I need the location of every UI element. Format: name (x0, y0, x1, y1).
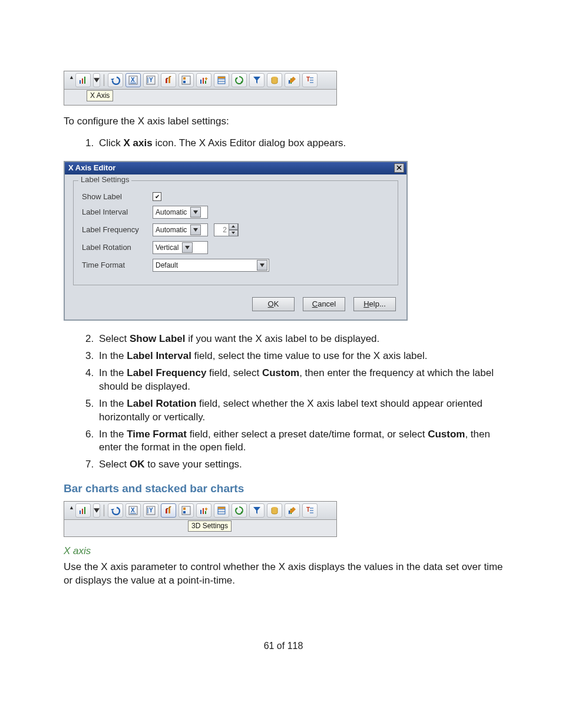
spinner-buttons (229, 223, 238, 236)
label: Label Interval (82, 207, 147, 216)
filter-button[interactable] (249, 503, 265, 518)
label-frequency-select[interactable]: Automatic (153, 223, 208, 236)
label: Show Label (82, 192, 147, 201)
row-time-format: Time Format Default (82, 259, 392, 272)
table-button[interactable] (214, 503, 229, 518)
step-2: Select Show Label if you want the X axis… (97, 332, 503, 346)
svg-rect-62 (203, 508, 204, 514)
select-value: Vertical (156, 243, 182, 252)
cancel-button[interactable]: Cancel (303, 297, 345, 311)
x-axis-button[interactable]: X (125, 73, 141, 87)
svg-rect-11 (166, 79, 167, 83)
toolbar-grip-icon: ▲ (69, 74, 74, 80)
database-button[interactable] (267, 503, 282, 518)
dropdown-arrow-icon (257, 260, 267, 271)
svg-marker-37 (193, 210, 198, 214)
svg-rect-12 (168, 77, 170, 83)
svg-rect-2 (84, 77, 85, 84)
time-format-select[interactable]: Default (153, 259, 269, 272)
svg-marker-42 (260, 263, 265, 267)
svg-rect-19 (203, 78, 204, 84)
label-rotation-select[interactable]: Vertical (153, 241, 208, 254)
svg-rect-67 (218, 507, 225, 509)
svg-marker-57 (168, 506, 171, 508)
svg-rect-59 (183, 508, 186, 510)
text-format-button[interactable]: T (302, 503, 318, 518)
dropdown-arrow-button[interactable] (93, 73, 100, 87)
svg-rect-54 (166, 509, 167, 513)
x-axis-button[interactable]: X (125, 503, 141, 518)
dropdown-arrow-button[interactable] (93, 503, 100, 518)
toolbar-tooltip-row: X Axis (64, 90, 336, 105)
svg-marker-3 (94, 78, 100, 83)
svg-marker-27 (253, 77, 260, 84)
refresh-button[interactable] (232, 73, 247, 87)
svg-rect-60 (183, 511, 186, 513)
chart-type-button[interactable] (75, 503, 91, 518)
svg-marker-46 (94, 509, 100, 513)
svg-text:T: T (306, 76, 310, 83)
chart-type-button[interactable] (75, 73, 91, 87)
edit-chart-button[interactable] (285, 503, 300, 518)
label-settings-group: Label Settings Show Label ✔ Label Interv… (73, 180, 398, 285)
3d-settings-button[interactable] (161, 503, 176, 518)
row-label-interval: Label Interval Automatic (82, 206, 392, 219)
dialog-titlebar: X Axis Editor (65, 162, 406, 174)
toolbar-figure-1: ▲ X Y (64, 71, 337, 106)
label-frequency-spinner[interactable]: 2 (214, 223, 239, 236)
svg-rect-1 (82, 78, 83, 84)
label-interval-select[interactable]: Automatic (153, 206, 208, 219)
svg-marker-47 (111, 509, 114, 511)
filter-button[interactable] (249, 73, 265, 87)
table-button[interactable] (214, 73, 229, 87)
svg-marker-39 (232, 225, 235, 228)
toolbar-tooltip: X Axis (87, 90, 113, 101)
svg-rect-63 (205, 511, 206, 514)
undo-button[interactable] (108, 503, 123, 518)
step-7: Select OK to save your settings. (97, 458, 503, 472)
legend-button[interactable] (178, 73, 194, 87)
ok-button[interactable]: OK (252, 297, 295, 311)
undo-button[interactable] (108, 73, 123, 87)
close-button[interactable] (394, 163, 404, 173)
show-label-checkbox[interactable]: ✔ (153, 192, 161, 201)
3d-settings-button[interactable] (161, 73, 176, 87)
select-value: Default (156, 261, 257, 269)
step-text: icon. The X Axis Editor dialog box appea… (153, 137, 346, 149)
svg-rect-44 (82, 509, 83, 514)
label: Label Rotation (82, 243, 147, 252)
y-axis-button[interactable]: Y (143, 503, 158, 518)
spinner-down-icon[interactable] (229, 230, 238, 236)
row-label-frequency: Label Frequency Automatic 2 (82, 223, 392, 236)
heading-bar-charts: Bar charts and stacked bar charts (64, 482, 503, 495)
intro-paragraph: To configure the X axis label settings: (64, 115, 503, 129)
step-text: Click (99, 137, 124, 149)
svg-text:T: T (306, 506, 310, 513)
toolbar-figure-2: ▲ X Y (64, 501, 337, 537)
edit-chart-button[interactable] (285, 73, 300, 87)
toolbar-tooltip-row: 3D Settings (64, 520, 336, 536)
text-format-button[interactable]: T (302, 73, 318, 87)
svg-rect-45 (84, 507, 85, 514)
toolbar-separator (104, 505, 104, 516)
data-labels-button[interactable] (196, 73, 211, 87)
svg-rect-43 (80, 510, 81, 514)
spinner-up-icon[interactable] (229, 223, 238, 230)
step-3: In the Label Interval field, select the … (97, 350, 503, 363)
select-value: Automatic (156, 208, 190, 216)
help-button[interactable]: Help... (353, 297, 396, 311)
refresh-button[interactable] (232, 503, 247, 518)
toolbar-separator (104, 74, 104, 86)
svg-text:Y: Y (149, 507, 153, 513)
svg-marker-4 (111, 78, 114, 81)
subheading-x-axis: X axis (64, 545, 503, 557)
svg-text:X: X (131, 507, 135, 513)
group-legend: Label Settings (78, 175, 131, 184)
data-labels-button[interactable] (196, 503, 211, 518)
database-button[interactable] (267, 73, 282, 87)
y-axis-button[interactable]: Y (143, 73, 158, 87)
page-number: 61 of 118 (64, 641, 503, 651)
row-label-rotation: Label Rotation Vertical (82, 241, 392, 254)
legend-button[interactable] (178, 503, 194, 518)
svg-rect-18 (200, 80, 201, 84)
